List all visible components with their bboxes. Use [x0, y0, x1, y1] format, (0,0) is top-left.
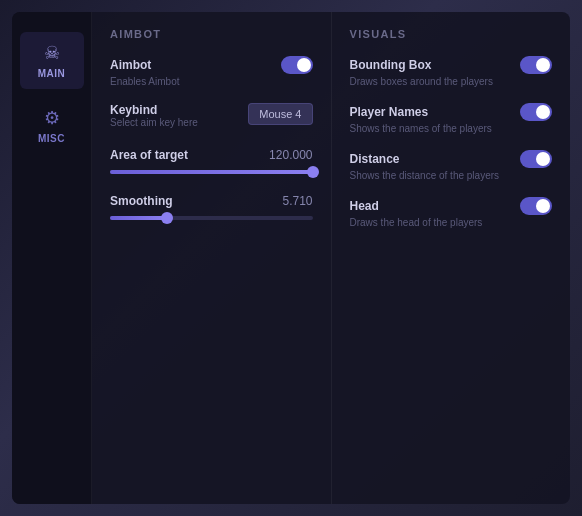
keybind-row: Keybind Select aim key here Mouse 4 — [110, 103, 313, 132]
area-of-target-thumb[interactable] — [307, 166, 319, 178]
smoothing-value: 5.710 — [282, 194, 312, 208]
smoothing-header: Smoothing 5.710 — [110, 194, 313, 208]
visuals-panel: VISUALS Bounding Box Draws boxes around … — [332, 12, 571, 504]
area-of-target-header: Area of target 120.000 — [110, 148, 313, 162]
bounding-box-toggle[interactable] — [520, 56, 552, 74]
keybind-description: Select aim key here — [110, 117, 248, 128]
distance-name: Distance — [350, 152, 400, 166]
distance-header: Distance — [350, 150, 553, 168]
player-names-name: Player Names — [350, 105, 429, 119]
sidebar-item-main[interactable]: ☠ MAIN — [20, 32, 84, 89]
player-names-row: Player Names Shows the names of the play… — [350, 103, 553, 134]
player-names-header: Player Names — [350, 103, 553, 121]
smoothing-name: Smoothing — [110, 194, 173, 208]
head-toggle[interactable] — [520, 197, 552, 215]
sidebar-item-main-label: MAIN — [38, 68, 66, 79]
area-of-target-name: Area of target — [110, 148, 188, 162]
skull-icon: ☠ — [44, 42, 60, 64]
bounding-box-description: Draws boxes around the players — [350, 76, 553, 87]
keybind-info: Keybind Select aim key here — [110, 103, 248, 132]
aimbot-panel: AIMBOT Aimbot Enables Aimbot Keybind Sel… — [92, 12, 332, 504]
gear-icon: ⚙ — [44, 107, 60, 129]
aimbot-setting-header: Aimbot — [110, 56, 313, 74]
sidebar: ☠ MAIN ⚙ MISC — [12, 12, 92, 504]
smoothing-thumb[interactable] — [161, 212, 173, 224]
area-of-target-fill — [110, 170, 313, 174]
visuals-title: VISUALS — [350, 28, 553, 40]
bounding-box-header: Bounding Box — [350, 56, 553, 74]
aimbot-title: AIMBOT — [110, 28, 313, 40]
sidebar-item-misc[interactable]: ⚙ MISC — [20, 97, 84, 154]
aimbot-toggle[interactable] — [281, 56, 313, 74]
sidebar-item-misc-label: MISC — [38, 133, 65, 144]
area-of-target-slider[interactable] — [110, 170, 313, 174]
smoothing-fill — [110, 216, 167, 220]
content-area: AIMBOT Aimbot Enables Aimbot Keybind Sel… — [92, 12, 570, 504]
area-of-target-value: 120.000 — [269, 148, 312, 162]
aimbot-setting-name: Aimbot — [110, 58, 151, 72]
player-names-description: Shows the names of the players — [350, 123, 553, 134]
app-container: ☠ MAIN ⚙ MISC AIMBOT Aimbot Enables Aimb… — [12, 12, 570, 504]
aimbot-description: Enables Aimbot — [110, 76, 313, 87]
distance-description: Shows the distance of the players — [350, 170, 553, 181]
head-header: Head — [350, 197, 553, 215]
smoothing-row: Smoothing 5.710 — [110, 194, 313, 220]
aimbot-setting-row: Aimbot Enables Aimbot — [110, 56, 313, 87]
keybind-badge[interactable]: Mouse 4 — [248, 103, 312, 125]
bounding-box-name: Bounding Box — [350, 58, 432, 72]
head-row: Head Draws the head of the players — [350, 197, 553, 228]
smoothing-slider[interactable] — [110, 216, 313, 220]
distance-toggle[interactable] — [520, 150, 552, 168]
keybind-name: Keybind — [110, 103, 248, 117]
head-name: Head — [350, 199, 379, 213]
bounding-box-row: Bounding Box Draws boxes around the play… — [350, 56, 553, 87]
player-names-toggle[interactable] — [520, 103, 552, 121]
distance-row: Distance Shows the distance of the playe… — [350, 150, 553, 181]
head-description: Draws the head of the players — [350, 217, 553, 228]
area-of-target-row: Area of target 120.000 — [110, 148, 313, 174]
